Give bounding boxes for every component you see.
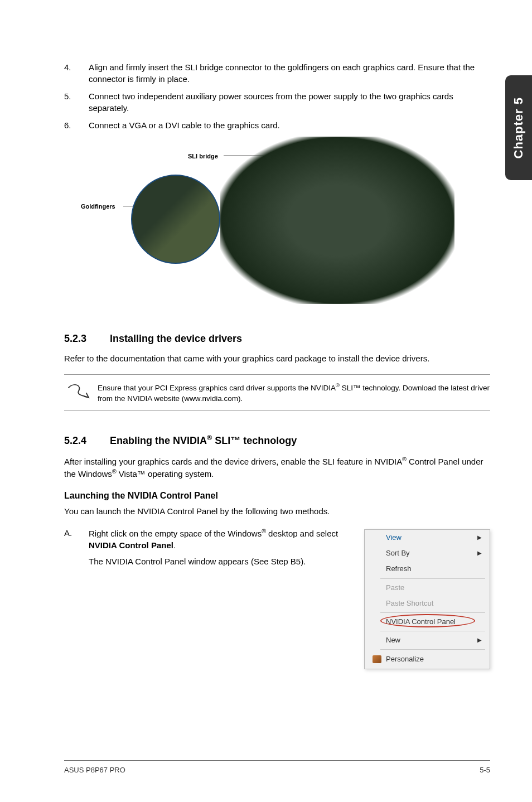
- menu-separator: [380, 578, 485, 579]
- menu-item-label: Paste: [386, 583, 404, 593]
- menu-item-paste-shortcut: Paste Shortcut: [378, 596, 490, 611]
- step-text: Align and firmly insert the SLI bridge c…: [89, 61, 490, 85]
- diagram-zoom-circle: [131, 175, 220, 264]
- step-a-line2: The NVIDIA Control Panel window appears …: [89, 555, 353, 567]
- registered-mark: ®: [262, 528, 266, 534]
- step-number: 6.: [64, 119, 89, 131]
- subsection-paragraph: You can launch the NVIDIA Control Panel …: [64, 505, 490, 517]
- page-footer: ASUS P8P67 PRO 5-5: [64, 760, 490, 775]
- note-text-a: Ensure that your PCI Express graphics ca…: [98, 384, 336, 392]
- step-number: 5.: [64, 90, 89, 114]
- step-6: 6. Connect a VGA or a DVI cable to the g…: [64, 119, 490, 131]
- step-number: 4.: [64, 61, 89, 85]
- section-title-a: Enabling the NVIDIA: [110, 435, 207, 446]
- menu-item-nvidia-control-panel-highlighted[interactable]: NVIDIA Control Panel: [378, 614, 490, 630]
- registered-mark: ®: [336, 382, 340, 388]
- chapter-side-tab: Chapter 5: [505, 75, 532, 180]
- menu-item-label: Refresh: [386, 564, 412, 574]
- left-column: A. Right click on the empty space of the…: [64, 527, 353, 669]
- note-icon: [64, 383, 98, 403]
- diagram-label-sli-bridge: SLI bridge: [188, 152, 218, 161]
- step-text: Connect two independent auxiliary power …: [89, 90, 490, 114]
- menu-item-label: New: [386, 635, 400, 645]
- line1-bold: NVIDIA Control Panel: [89, 540, 173, 550]
- menu-item-new[interactable]: New ▶: [378, 632, 490, 648]
- section-title: Installing the device drivers: [110, 333, 242, 344]
- para-part-c: Vista™ operating system.: [117, 469, 214, 479]
- note-box: Ensure that your PCI Express graphics ca…: [64, 374, 490, 411]
- footer-page-number: 5-5: [480, 765, 490, 775]
- menu-item-label: Personalize: [386, 654, 424, 664]
- menu-separator: [380, 612, 485, 613]
- hardware-diagram: SLI bridge Goldfingers: [64, 137, 490, 315]
- registered-mark: ®: [112, 468, 117, 475]
- section-title-b: SLI™ technology: [212, 435, 297, 446]
- line1-b: desktop and select: [266, 529, 338, 538]
- step-4: 4. Align and firmly insert the SLI bridg…: [64, 61, 490, 85]
- two-column-layout: A. Right click on the empty space of the…: [64, 527, 490, 669]
- step-text: Connect a VGA or a DVI cable to the grap…: [89, 119, 490, 131]
- chapter-side-tab-label: Chapter 5: [510, 97, 528, 158]
- para-part-a: After installing your graphics cards and…: [64, 457, 402, 466]
- menu-separator: [380, 631, 485, 631]
- personalize-icon: [373, 655, 381, 663]
- diagram-label-goldfingers: Goldfingers: [81, 202, 115, 211]
- step-a: A. Right click on the empty space of the…: [64, 527, 353, 572]
- page-content: 4. Align and firmly insert the SLI bridg…: [0, 0, 532, 669]
- section-number: 5.2.4: [64, 434, 110, 448]
- menu-item-paste: Paste: [378, 580, 490, 596]
- menu-separator: [380, 649, 485, 650]
- menu-item-label: Paste Shortcut: [386, 598, 433, 608]
- step-a-line1: Right click on the empty space of the Wi…: [89, 527, 353, 551]
- line1-c: .: [173, 540, 176, 550]
- menu-item-label: View: [386, 533, 402, 543]
- submenu-arrow-icon: ▶: [477, 549, 482, 557]
- section-523-paragraph: Refer to the documentation that came wit…: [64, 352, 490, 364]
- step-text: Right click on the empty space of the Wi…: [89, 527, 353, 572]
- registered-mark: ®: [402, 456, 407, 462]
- section-heading-524: 5.2.4Enabling the NVIDIA® SLI™ technolog…: [64, 433, 490, 448]
- menu-item-personalize[interactable]: Personalize: [365, 651, 490, 668]
- diagram-graphics-card: [220, 137, 454, 304]
- section-number: 5.2.3: [64, 332, 110, 346]
- footer-product: ASUS P8P67 PRO: [64, 765, 125, 775]
- section-524-paragraph: After installing your graphics cards and…: [64, 455, 490, 480]
- line1-a: Right click on the empty space of the Wi…: [89, 529, 262, 538]
- section-heading-523: 5.2.3Installing the device drivers: [64, 332, 490, 346]
- menu-item-view[interactable]: View ▶: [378, 530, 490, 545]
- submenu-arrow-icon: ▶: [477, 636, 482, 644]
- context-menu: View ▶ Sort By ▶ Refresh Paste Paste Sho…: [364, 529, 490, 669]
- step-letter: A.: [64, 527, 89, 572]
- submenu-arrow-icon: ▶: [477, 534, 482, 542]
- note-text: Ensure that your PCI Express graphics ca…: [98, 381, 490, 404]
- registered-mark: ®: [207, 434, 212, 442]
- step-5: 5. Connect two independent auxiliary pow…: [64, 90, 490, 114]
- menu-item-sort-by[interactable]: Sort By ▶: [378, 545, 490, 561]
- menu-item-label: NVIDIA Control Panel: [386, 617, 456, 627]
- menu-item-refresh[interactable]: Refresh: [378, 561, 490, 577]
- right-column: View ▶ Sort By ▶ Refresh Paste Paste Sho…: [364, 527, 490, 669]
- menu-item-label: Sort By: [386, 548, 410, 558]
- subsection-heading: Launching the NVIDIA Control Panel: [64, 490, 490, 502]
